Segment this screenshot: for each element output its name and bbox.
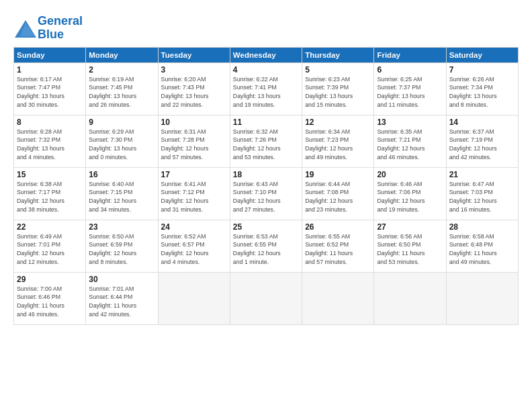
day-info: Sunrise: 6:29 AM Sunset: 7:30 PM Dayligh… [89,128,154,162]
day-number: 4 [233,65,299,75]
calendar-cell [230,272,302,324]
calendar-cell [158,272,230,324]
calendar-cell: 25Sunrise: 6:53 AM Sunset: 6:55 PM Dayli… [230,220,302,272]
calendar-cell: 18Sunrise: 6:43 AM Sunset: 7:10 PM Dayli… [230,167,302,220]
calendar-cell: 1Sunrise: 6:17 AM Sunset: 7:47 PM Daylig… [14,62,86,115]
day-number: 8 [17,118,83,127]
weekday-header-wednesday: Wednesday [230,47,302,62]
weekday-header-sunday: Sunday [14,47,86,62]
day-number: 1 [17,65,83,75]
logo-text: General Blue [38,15,83,42]
day-info: Sunrise: 6:50 AM Sunset: 6:59 PM Dayligh… [89,232,154,267]
day-number: 6 [377,65,443,75]
calendar-cell: 15Sunrise: 6:38 AM Sunset: 7:17 PM Dayli… [14,167,86,220]
day-number: 5 [305,65,371,75]
day-info: Sunrise: 6:26 AM Sunset: 7:34 PM Dayligh… [449,75,515,109]
calendar-week-4: 22Sunrise: 6:49 AM Sunset: 7:01 PM Dayli… [14,220,519,272]
calendar-cell: 13Sunrise: 6:35 AM Sunset: 7:21 PM Dayli… [374,115,446,167]
day-info: Sunrise: 6:43 AM Sunset: 7:10 PM Dayligh… [233,180,299,214]
day-number: 3 [161,65,227,75]
day-number: 18 [233,170,299,179]
calendar-week-2: 8Sunrise: 6:28 AM Sunset: 7:32 PM Daylig… [14,115,519,167]
day-number: 21 [449,170,515,179]
weekday-header-tuesday: Tuesday [158,47,230,62]
calendar: SundayMondayTuesdayWednesdayThursdayFrid… [13,47,519,325]
calendar-cell: 22Sunrise: 6:49 AM Sunset: 7:01 PM Dayli… [14,220,86,272]
calendar-header-row: SundayMondayTuesdayWednesdayThursdayFrid… [14,47,519,62]
day-info: Sunrise: 6:56 AM Sunset: 6:50 PM Dayligh… [377,232,443,267]
weekday-header-friday: Friday [374,47,446,62]
day-number: 22 [17,222,83,232]
day-info: Sunrise: 6:38 AM Sunset: 7:17 PM Dayligh… [17,180,83,214]
day-number: 25 [233,222,299,232]
day-info: Sunrise: 6:47 AM Sunset: 7:03 PM Dayligh… [449,180,515,214]
calendar-cell [446,272,518,324]
day-number: 23 [89,222,154,232]
day-number: 13 [377,118,443,127]
calendar-cell [374,272,446,324]
day-number: 19 [305,170,371,179]
day-info: Sunrise: 6:32 AM Sunset: 7:26 PM Dayligh… [233,128,299,162]
calendar-cell: 5Sunrise: 6:23 AM Sunset: 7:39 PM Daylig… [302,62,374,115]
calendar-week-1: 1Sunrise: 6:17 AM Sunset: 7:47 PM Daylig… [14,62,519,115]
day-number: 14 [449,118,515,127]
calendar-cell: 17Sunrise: 6:41 AM Sunset: 7:12 PM Dayli… [158,167,230,220]
logo-icon [13,19,35,38]
day-number: 20 [377,170,443,179]
calendar-cell: 11Sunrise: 6:32 AM Sunset: 7:26 PM Dayli… [230,115,302,167]
calendar-cell: 21Sunrise: 6:47 AM Sunset: 7:03 PM Dayli… [446,167,518,220]
day-info: Sunrise: 6:37 AM Sunset: 7:19 PM Dayligh… [449,128,515,162]
day-info: Sunrise: 6:40 AM Sunset: 7:15 PM Dayligh… [89,180,154,214]
day-number: 12 [305,118,371,127]
calendar-cell: 7Sunrise: 6:26 AM Sunset: 7:34 PM Daylig… [446,62,518,115]
calendar-cell: 28Sunrise: 6:58 AM Sunset: 6:48 PM Dayli… [446,220,518,272]
day-number: 2 [89,65,154,75]
day-number: 7 [449,65,515,75]
day-number: 28 [449,222,515,232]
day-info: Sunrise: 6:25 AM Sunset: 7:37 PM Dayligh… [377,75,443,109]
day-info: Sunrise: 6:55 AM Sunset: 6:52 PM Dayligh… [305,232,371,267]
calendar-week-3: 15Sunrise: 6:38 AM Sunset: 7:17 PM Dayli… [14,167,519,220]
page: General Blue SundayMondayTuesdayWednesda… [0,0,532,411]
calendar-cell: 14Sunrise: 6:37 AM Sunset: 7:19 PM Dayli… [446,115,518,167]
day-info: Sunrise: 6:58 AM Sunset: 6:48 PM Dayligh… [449,232,515,267]
day-info: Sunrise: 6:20 AM Sunset: 7:43 PM Dayligh… [161,75,227,109]
calendar-cell: 30Sunrise: 7:01 AM Sunset: 6:44 PM Dayli… [86,272,158,324]
day-number: 26 [305,222,371,232]
calendar-cell: 29Sunrise: 7:00 AM Sunset: 6:46 PM Dayli… [14,272,86,324]
day-info: Sunrise: 6:22 AM Sunset: 7:41 PM Dayligh… [233,75,299,109]
day-info: Sunrise: 6:28 AM Sunset: 7:32 PM Dayligh… [17,128,83,162]
calendar-cell: 3Sunrise: 6:20 AM Sunset: 7:43 PM Daylig… [158,62,230,115]
day-number: 16 [89,170,154,179]
day-info: Sunrise: 6:35 AM Sunset: 7:21 PM Dayligh… [377,128,443,162]
day-info: Sunrise: 6:34 AM Sunset: 7:23 PM Dayligh… [305,128,371,162]
day-number: 15 [17,170,83,179]
day-number: 29 [17,275,83,284]
day-info: Sunrise: 6:52 AM Sunset: 6:57 PM Dayligh… [161,232,227,267]
day-info: Sunrise: 6:49 AM Sunset: 7:01 PM Dayligh… [17,232,83,267]
calendar-week-5: 29Sunrise: 7:00 AM Sunset: 6:46 PM Dayli… [14,272,519,324]
calendar-cell: 9Sunrise: 6:29 AM Sunset: 7:30 PM Daylig… [86,115,158,167]
day-info: Sunrise: 6:53 AM Sunset: 6:55 PM Dayligh… [233,232,299,267]
day-info: Sunrise: 6:46 AM Sunset: 7:06 PM Dayligh… [377,180,443,214]
day-info: Sunrise: 6:23 AM Sunset: 7:39 PM Dayligh… [305,75,371,109]
logo: General Blue [13,15,83,42]
calendar-cell: 6Sunrise: 6:25 AM Sunset: 7:37 PM Daylig… [374,62,446,115]
calendar-cell: 24Sunrise: 6:52 AM Sunset: 6:57 PM Dayli… [158,220,230,272]
day-number: 10 [161,118,227,127]
day-number: 27 [377,222,443,232]
calendar-cell: 27Sunrise: 6:56 AM Sunset: 6:50 PM Dayli… [374,220,446,272]
calendar-cell [302,272,374,324]
calendar-cell: 2Sunrise: 6:19 AM Sunset: 7:45 PM Daylig… [86,62,158,115]
day-info: Sunrise: 6:17 AM Sunset: 7:47 PM Dayligh… [17,75,83,109]
day-info: Sunrise: 6:41 AM Sunset: 7:12 PM Dayligh… [161,180,227,214]
calendar-cell: 12Sunrise: 6:34 AM Sunset: 7:23 PM Dayli… [302,115,374,167]
day-info: Sunrise: 7:00 AM Sunset: 6:46 PM Dayligh… [17,285,83,319]
day-info: Sunrise: 6:44 AM Sunset: 7:08 PM Dayligh… [305,180,371,214]
weekday-header-saturday: Saturday [446,47,518,62]
weekday-header-thursday: Thursday [302,47,374,62]
header: General Blue [13,12,519,42]
day-number: 17 [161,170,227,179]
day-number: 11 [233,118,299,127]
weekday-header-monday: Monday [86,47,158,62]
